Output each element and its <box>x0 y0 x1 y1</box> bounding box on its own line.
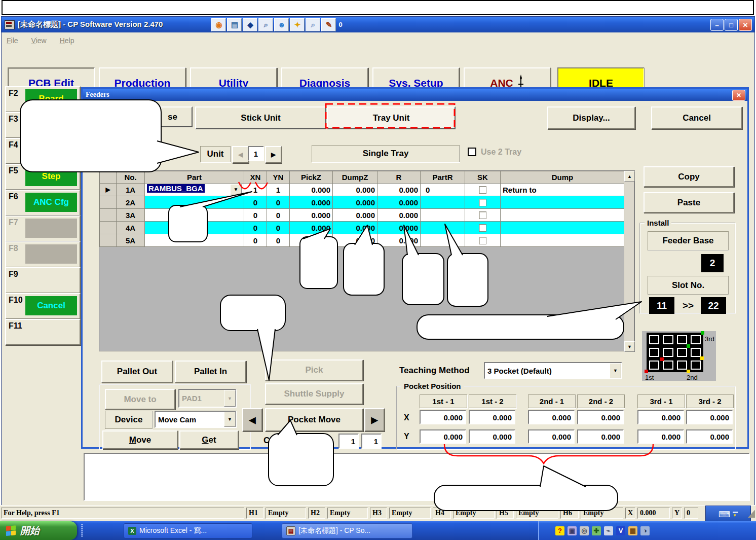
tab-tray-unit[interactable]: Tray Unit <box>327 106 456 129</box>
menu-help[interactable]: Help <box>60 37 74 45</box>
table-row[interactable]: 2A000.0000.0000.000 <box>100 196 625 209</box>
shuttle-supply-button[interactable]: Shuttle Supply <box>265 383 363 405</box>
tab-stick-unit[interactable]: Stick Unit <box>195 106 326 129</box>
pocket-x-field-2[interactable]: 0.000 <box>469 410 515 424</box>
install-group: Install Feeder Base 2 Slot No. 11 >> 22 <box>639 223 736 314</box>
pocket-x-field-4[interactable]: 0.000 <box>577 410 624 424</box>
slot-from-value: 11 <box>649 297 674 314</box>
langbar-options-icon[interactable]: ▼ <box>733 515 738 517</box>
scheduler-tray-icon[interactable]: ▦ <box>628 526 637 535</box>
mouse-tray-icon[interactable]: ⌁ <box>604 526 613 535</box>
people-icon[interactable]: ☻ <box>274 18 289 31</box>
pocket-x-field-5[interactable]: 0.000 <box>637 410 684 424</box>
display-button[interactable]: Display... <box>547 106 635 129</box>
taskbar-task-excel[interactable]: X Microsoft Excel - 寫... <box>124 523 252 538</box>
pocket-y-field-4[interactable]: 0.000 <box>577 429 624 444</box>
teaching-method-select[interactable]: 3 Pocket (Default) ▼ <box>484 362 622 379</box>
fkey-f2-badge: Board <box>25 89 77 109</box>
fkey-f2-button[interactable]: F2Board <box>5 86 81 113</box>
current-pocket-y[interactable]: 1 <box>361 434 382 449</box>
magnifier-icon[interactable]: ⌕ <box>258 18 273 31</box>
pocket-x-field-3[interactable]: 0.000 <box>528 410 575 424</box>
fkey-f10-button[interactable]: F10Cancel <box>5 293 81 319</box>
fkey-f5-button[interactable]: F5Step <box>5 164 81 190</box>
window-titlebar[interactable]: [未命名標題] - CP Software Version 2.470 ◉▤◆⌕… <box>2 17 754 32</box>
pocket-x-field-1[interactable]: 0.000 <box>420 410 466 424</box>
close-button[interactable]: ✕ <box>739 19 752 31</box>
unit-prev-button[interactable]: ◀ <box>232 146 249 163</box>
dialog-cancel-button[interactable]: Cancel <box>651 106 742 129</box>
part-value[interactable]: RAMBUS_BGA <box>147 184 205 193</box>
fkey-f8-button[interactable]: F8 <box>5 241 81 268</box>
table-scrollbar[interactable]: ▲ ▼ <box>624 170 634 351</box>
fkey-f3-button[interactable]: F3 <box>5 112 81 138</box>
pick-button[interactable]: Pick <box>265 359 363 381</box>
antivirus-tray-icon[interactable]: V <box>616 526 625 535</box>
device-select[interactable]: Move Cam ▼ <box>155 411 237 428</box>
pocket-next-button[interactable]: ▶ <box>364 408 385 431</box>
feeder-base-label[interactable]: Feeder Base <box>648 231 729 250</box>
tray-pocket-graphic: 3rd 1st 2nd <box>642 331 716 381</box>
unit-value[interactable]: 1 <box>248 146 264 161</box>
table-row[interactable]: 3A000.0000.0000.000 <box>100 209 625 222</box>
pad-select[interactable]: PAD1 ▼ <box>178 389 237 408</box>
fkey-f4-button[interactable]: F4 <box>5 138 81 164</box>
pallet-in-button[interactable]: Pallet In <box>175 361 246 383</box>
menu-file[interactable]: File <box>7 37 18 45</box>
start-button[interactable]: 開始 <box>0 521 77 540</box>
sk-checkbox[interactable] <box>479 211 486 219</box>
move-to-button[interactable]: Move to <box>105 389 175 410</box>
pocket-y-field-6[interactable]: 0.000 <box>686 429 733 444</box>
paste-button[interactable]: Paste <box>644 192 734 213</box>
tip-icon[interactable]: ✦ <box>290 18 305 31</box>
minimize-button[interactable]: – <box>710 19 724 31</box>
folder-image-icon[interactable]: ▤ <box>227 18 242 31</box>
taskbar-task-cp-software[interactable]: ▤ [未命名標題] - CP So... <box>282 523 412 538</box>
pocket-x-field-6[interactable]: 0.000 <box>686 410 733 424</box>
current-pocket-x[interactable]: 1 <box>338 434 359 449</box>
scroll-up-icon[interactable]: ▲ <box>624 171 635 182</box>
network-tray-icon[interactable]: ▣ <box>568 526 577 535</box>
target-icon[interactable]: ◉ <box>211 18 226 31</box>
table-row[interactable]: 4A000.0000.0000.000 <box>100 222 625 234</box>
part-dropdown-icon[interactable]: ▼ <box>230 184 242 195</box>
sk-checkbox[interactable] <box>479 237 486 244</box>
dialog-close-icon[interactable]: ✕ <box>732 90 745 101</box>
status-item: H2 <box>308 508 325 519</box>
fkey-f6-button[interactable]: F6ANC Cfg <box>5 190 81 216</box>
language-bar[interactable]: ⌨ ▼ <box>705 506 751 523</box>
pocket-y-field-5[interactable]: 0.000 <box>637 429 684 444</box>
pocket-y-field-3[interactable]: 0.000 <box>528 429 575 444</box>
pocket-move-button[interactable]: Pocket Move <box>265 408 363 431</box>
volume-tray-icon[interactable]: ◑ <box>640 526 650 535</box>
get-button[interactable]: Get <box>179 430 239 449</box>
menu-view[interactable]: View <box>31 37 47 45</box>
pocket-prev-button[interactable]: ◀ <box>242 408 262 431</box>
search-doc-icon[interactable]: ⌕ <box>306 18 320 31</box>
pocket-y-field-2[interactable]: 0.000 <box>469 429 515 444</box>
table-row[interactable]: ▶1A▼RAMBUS_BGA110.0000.0000.0000Return t… <box>100 184 625 196</box>
maximize-button[interactable]: □ <box>725 19 738 31</box>
pocket-y-field-1[interactable]: 0.000 <box>420 429 466 444</box>
sk-checkbox[interactable] <box>479 186 486 194</box>
pallet-out-button[interactable]: Pallet Out <box>101 361 173 383</box>
dialog-titlebar[interactable]: Feeders ✕ <box>83 89 747 101</box>
scroll-down-icon[interactable]: ▼ <box>624 341 635 352</box>
copy-button[interactable]: Copy <box>644 166 734 187</box>
table-row[interactable]: 5A000.0000.0000.000 <box>100 234 625 247</box>
update-tray-icon[interactable]: ✚ <box>592 526 601 535</box>
move-button[interactable]: Move <box>102 430 178 449</box>
tab-feeder-base[interactable]: se <box>85 106 193 127</box>
use-2-tray-checkbox[interactable] <box>468 148 476 156</box>
fkey-f9-button[interactable]: F9 <box>5 267 81 294</box>
sk-checkbox[interactable] <box>479 199 486 206</box>
fkey-f11-button[interactable]: F11 <box>5 319 81 345</box>
notes-icon[interactable]: ✎ <box>321 18 336 31</box>
book-icon[interactable]: ◆ <box>243 18 257 31</box>
sk-checkbox[interactable] <box>479 224 486 232</box>
fkey-f7-button[interactable]: F7 <box>5 215 81 242</box>
unit-next-button[interactable]: ▶ <box>265 146 282 163</box>
help-tray-icon[interactable]: ? <box>555 526 564 535</box>
windows-logo-icon <box>6 525 16 536</box>
audio-tray-icon[interactable]: ◎ <box>580 526 589 535</box>
